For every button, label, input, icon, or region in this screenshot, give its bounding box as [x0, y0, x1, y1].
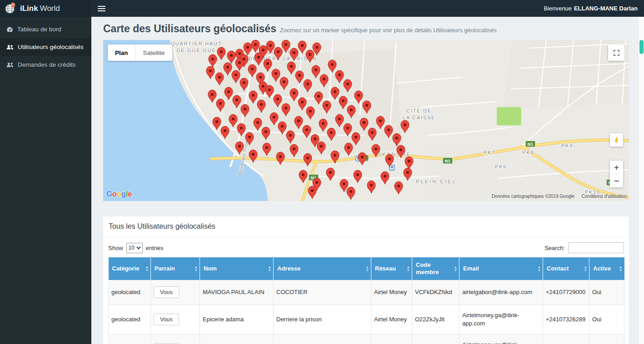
sidebar-item-demandes-de-credits[interactable]: Demandes de crédits: [0, 56, 91, 74]
cell-active: Oui: [589, 280, 624, 305]
column-header-email[interactable]: Email▲▼: [459, 257, 543, 280]
brand-bold: iLink: [20, 4, 38, 13]
column-header-label: Parrain: [155, 265, 175, 272]
sidebar-item-label: Tableau de bord: [17, 26, 61, 33]
zoom-in-button[interactable]: +: [610, 161, 623, 174]
cell-categorie: geolocated: [109, 280, 151, 305]
globe-icon: [4, 2, 16, 15]
map-canvas: QUARTIER HAUTDE GUÉ GUÉQUARTIERDERRIÈRE …: [103, 40, 629, 201]
map-type-plan-button[interactable]: Plan: [108, 44, 135, 61]
table-row: geolocatedVousMAVIOGA PAUL ALAINCOCOTIER…: [109, 280, 624, 305]
page-subtitle: Zoomez sur un marker spécifique pour voi…: [280, 27, 497, 34]
zoom-control: + −: [610, 161, 623, 187]
cell-parrain: Vous: [151, 280, 200, 305]
column-header-parrain[interactable]: Parrain▲▼: [151, 257, 200, 280]
column-header-adresse[interactable]: Adresse▲▼: [274, 257, 371, 280]
brand-name: iLinkWorld: [20, 4, 60, 13]
cell-adresse: Derriere la prison: [274, 334, 371, 344]
users-table-card: Tous les Utilisateurs géolocalisés Show …: [103, 216, 629, 344]
parrain-vous-button[interactable]: Vous: [154, 314, 179, 325]
search-label: Search:: [544, 245, 565, 251]
svg-text:PK7: PK7: [484, 150, 495, 155]
cell-reseau: Airtel Money: [371, 280, 412, 305]
sidebar-item-utilisateurs-geolocalises[interactable]: Utilisateurs géolocalisés: [0, 38, 91, 56]
cell-email: Airtelmoney.ga@ilink-app.com: [459, 334, 543, 344]
cell-email: Airtelmoney.ga@ilink-app.com: [459, 305, 543, 334]
cell-code-membre: xO273LUopA: [412, 334, 459, 344]
pegman-button[interactable]: [610, 133, 623, 147]
table-header-row: Catégorie▲▼Parrain▲▼Nom▲▼Adresse▲▼Réseau…: [109, 257, 624, 280]
terms-link[interactable]: Conditions d'utilisation: [582, 194, 627, 199]
google-logo[interactable]: Google: [106, 190, 132, 199]
route-badge: N1: [443, 157, 453, 164]
fullscreen-icon: [613, 49, 620, 56]
cell-nom: Diallo shop: [200, 334, 274, 344]
map-attribution: Données cartographiques ©2019 Google Con…: [492, 194, 627, 199]
cell-reseau: Airtel Money: [371, 305, 412, 334]
column-header-categorie[interactable]: Catégorie▲▼: [109, 257, 151, 280]
sort-icon: ▲▼: [538, 266, 541, 272]
card-body: Show 10 entries Search: Catégorie▲▼Parra…: [103, 237, 629, 344]
cell-adresse: Derriere la prison: [274, 305, 371, 334]
users-icon: [6, 44, 14, 50]
card-title: Tous les Utilisateurs géolocalisés: [103, 216, 629, 237]
column-header-code-membre[interactable]: Code membre▲▼: [412, 257, 459, 280]
column-header-label: Contact: [547, 265, 569, 272]
app-logo[interactable]: iLinkWorld: [0, 0, 91, 17]
cell-adresse: COCOTIER: [274, 280, 371, 305]
brand-rest: World: [40, 4, 60, 13]
parrain-vous-button[interactable]: Vous: [154, 286, 179, 298]
sort-icon: ▲▼: [584, 266, 587, 272]
map[interactable]: QUARTIER HAUTDE GUÉ GUÉQUARTIERDERRIÈRE …: [103, 40, 629, 201]
map-type-satellite-button[interactable]: Satellite: [135, 44, 172, 61]
svg-text:N1: N1: [528, 142, 534, 147]
attribution-text: Données cartographiques ©2019 Google: [492, 194, 574, 199]
column-header-label: Active: [593, 265, 611, 272]
cell-contact: +24102052920: [543, 334, 589, 344]
sort-icon: ▲▼: [145, 266, 149, 272]
sidebar-item-tableau-de-bord[interactable]: Tableau de bord: [0, 20, 91, 38]
search-input[interactable]: [568, 242, 624, 253]
column-header-active[interactable]: Active▲▼: [589, 257, 624, 280]
fullscreen-button[interactable]: [608, 44, 624, 61]
column-header-label: Réseau: [375, 265, 396, 272]
svg-text:PK8: PK8: [522, 150, 534, 155]
sidebar-item-label: Demandes de crédits: [18, 61, 76, 68]
cell-active: Oui: [589, 334, 624, 344]
cell-categorie: geolocated: [109, 334, 151, 344]
column-header-reseau[interactable]: Réseau▲▼: [371, 257, 412, 280]
column-header-contact[interactable]: Contact▲▼: [543, 257, 589, 280]
svg-text:PK9: PK9: [561, 143, 573, 148]
cell-email: airtelgabon@ilink-app.com: [459, 280, 543, 305]
cell-categorie: geolocated: [109, 305, 151, 334]
sort-icon: ▲▼: [366, 266, 369, 272]
cell-reseau: Airtel Money: [371, 334, 412, 344]
table-row: geolocatedVousEpicerie adamaDerriere la …: [109, 305, 624, 334]
page-title: Carte des Utilisateurs géolocalisés: [103, 23, 276, 34]
welcome-prefix: Bienvenue: [544, 5, 571, 12]
column-header-nom[interactable]: Nom▲▼: [200, 257, 274, 280]
sort-icon: ▲▼: [454, 266, 457, 272]
cell-parrain: Vous: [151, 305, 200, 334]
cell-nom: Epicerie adama: [200, 305, 274, 334]
zoom-out-button[interactable]: −: [610, 174, 623, 187]
entries-label: entries: [146, 245, 164, 251]
route-badge: N1: [525, 141, 535, 147]
svg-text:OKANGHE: OKANGHE: [377, 152, 411, 157]
users-icon: [6, 62, 14, 68]
svg-text:PK6: PK6: [495, 164, 507, 169]
welcome-text: Bienvenue ELLANG-MANE Darlan: [544, 0, 644, 17]
transit-icon[interactable]: [389, 165, 394, 170]
user-name: ELLANG-MANE Darlan: [574, 5, 638, 12]
column-header-label: Catégorie: [112, 265, 140, 272]
scrollbar-thumb[interactable]: [639, 40, 644, 54]
table-row: geolocatedVousDiallo shopDerriere la pri…: [109, 334, 624, 344]
scrollbar: [638, 17, 644, 344]
users-table: Catégorie▲▼Parrain▲▼Nom▲▼Adresse▲▼Réseau…: [108, 257, 624, 344]
sidebar-toggle-button[interactable]: [91, 0, 111, 17]
sidebar: Tableau de bord Utilisateurs géolocalisé…: [0, 17, 91, 344]
page-size-select[interactable]: 10: [126, 243, 143, 253]
main-content: Carte des Utilisateurs géolocalisés Zoom…: [91, 17, 644, 344]
table-body: geolocatedVousMAVIOGA PAUL ALAINCOCOTIER…: [109, 280, 624, 344]
cell-code-membre: O22ZkJyJlt: [412, 305, 459, 334]
